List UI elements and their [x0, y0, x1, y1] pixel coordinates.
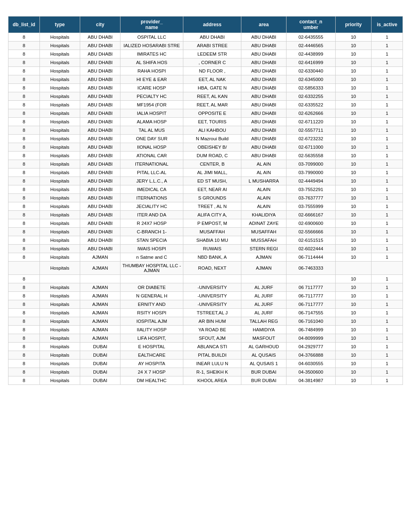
table-row: 8HospitalsABU DHABIOSPITAL LLCABU DHABIA… [8, 33, 403, 42]
table-row: 8HospitalsABU DHABIICARE HOSPHBA, GATE N… [8, 84, 403, 92]
table-row: 8HospitalsABU DHABIJECIALITY HCTREET , A… [8, 202, 403, 211]
table-row: 8HospitalsABU DHABITAL AL MUSALI KAHBOUA… [8, 126, 403, 135]
table-row: 8HospitalsABU DHABISTAN SPECIASHABIA 10 … [8, 236, 403, 245]
header-contact-number: contact_n umber [286, 17, 335, 33]
table-row: 8HospitalsABU DHABIIMEDICAL CAEET, NEAR … [8, 185, 403, 194]
header-is-active: is_active [372, 17, 403, 33]
table-row: 8HospitalsAJMANERNITY AND-UNIVERSITYAL J… [8, 300, 403, 309]
table-row: 8HospitalsAJMANIIALITY HOSPYA ROAD BEHAM… [8, 326, 403, 334]
table-row: 8HospitalsABU DHABIIWAIS HOSPIRUWAISSTER… [8, 245, 403, 253]
header-city: city [80, 17, 120, 33]
table-row: 8HospitalsABU DHABIPECIALTY HCREET, AL K… [8, 92, 403, 101]
table-row: 8HospitalsABU DHABIAL SHIFA HOS, CORNER … [8, 58, 403, 67]
table-row: 8HospitalsAJMANOR DIABETE-UNIVERSITYAL J… [8, 283, 403, 292]
table-row: 8HospitalsABU DHABIMF1954 (FORREET, AL M… [8, 101, 403, 109]
header-priority: priority [336, 17, 372, 33]
table-row: 8HospitalsDUBAIAY HOSPITAINEAR LULU NAL … [8, 360, 403, 368]
data-table: db_list_id type city provider_ name addr… [8, 16, 403, 385]
table-row: 8HospitalsABU DHABIALAMA HOSPEET, TOURIS… [8, 118, 403, 126]
table-row: 8HospitalsABU DHABIIALIZED HOSARABI STRE… [8, 42, 403, 50]
table-row: 8HospitalsABU DHABIITER AND DAALIFA CITY… [8, 211, 403, 219]
table-row: HospitalsAJMANTHUMBAY HOSPITAL LLC - AJM… [8, 262, 403, 275]
table-row: 8HospitalsAJMANIOSPITAL AJMAR BIN HUMTAL… [8, 317, 403, 326]
table-row: 8HospitalsABU DHABIATIONAL CARDUM ROAD, … [8, 152, 403, 160]
table-row: 8HospitalsABU DHABIITERNATIONSS GROUNDSA… [8, 194, 403, 202]
table-row: 8HospitalsABU DHABIRAHA HOSPIND FLOOR ,A… [8, 67, 403, 75]
table-row: 8HospitalsAJMANRSITY HOSPITSTREET,AL JAL… [8, 309, 403, 317]
table-row: 8HospitalsABU DHABIIIONAL HOSPOBEISHEY B… [8, 143, 403, 152]
table-row: 8HospitalsABU DHABIONE DAY SURN Mazroui … [8, 135, 403, 143]
header-area: area [241, 17, 286, 33]
table-row: 8HospitalsAJMANn Satme and CNBD BANK, AA… [8, 253, 403, 262]
table-row: 8HospitalsDUBAIDM HEALTHCKHOOL AREABUR D… [8, 376, 403, 385]
table-row: 8HospitalsABU DHABIJERY L.L.C., AED ST M… [8, 177, 403, 185]
table-row: 8HospitalsAJMANN GENERAL H-UNIVERSITYAL … [8, 292, 403, 300]
table-row: 8HospitalsDUBAI24 X 7 HOSPR-1, SHEIKH KB… [8, 368, 403, 376]
header-provider-name: provider_ name [120, 17, 183, 33]
table-row: 8HospitalsABU DHABIITERNATIONALCENTER, B… [8, 160, 403, 168]
header-type: type [39, 17, 80, 33]
table-row: 8HospitalsABU DHABIR 24X7 HOSPP EMPOST, … [8, 219, 403, 228]
table-row: 8HospitalsABU DHABIHI EYE & EAREET, AL N… [8, 75, 403, 84]
table-row: 8HospitalsABU DHABIPITAL LLC-ALAL JIMI M… [8, 168, 403, 177]
table-row: 8HospitalsAJMANLIFA HOSPIT,SFOUT, AJMMAS… [8, 334, 403, 343]
table-row: 8101 [8, 275, 403, 283]
table-row: 8HospitalsDUBAIE HOSPITALABLANCA STIAL G… [8, 343, 403, 351]
table-row: 8HospitalsABU DHABIIMIRATES HCLEDEEM STR… [8, 50, 403, 58]
header-db-list-id: db_list_id [8, 17, 40, 33]
table-row: 8HospitalsABU DHABIIALIA HOSPITOPPOSITE … [8, 109, 403, 118]
header-address: address [183, 17, 241, 33]
table-row: 8HospitalsDUBAIEALTHCAREPITAL BUILDIAL Q… [8, 351, 403, 360]
table-row: 8HospitalsABU DHABIC-BRANCH 1-MUSAFFAHMU… [8, 228, 403, 236]
